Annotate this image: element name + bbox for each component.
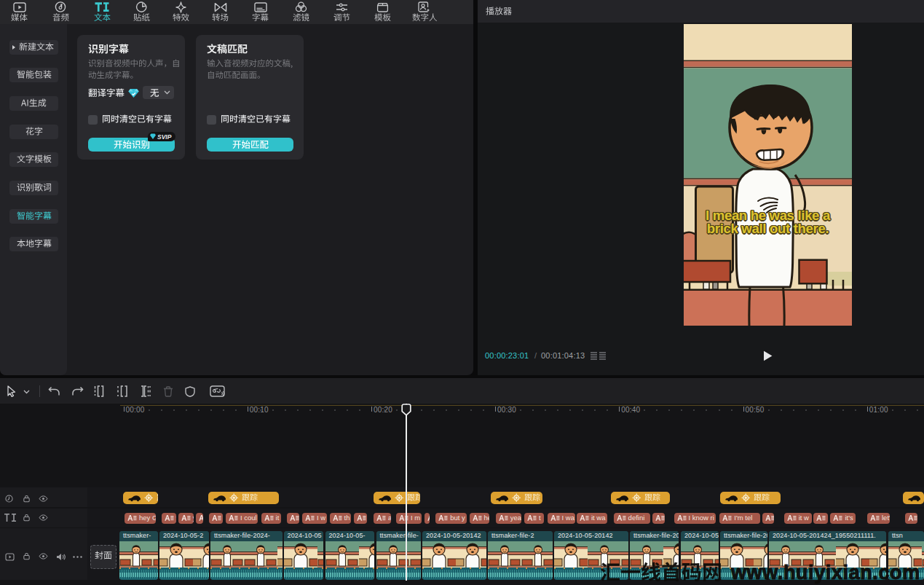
svg-text:SVIP: SVIP xyxy=(157,133,172,141)
